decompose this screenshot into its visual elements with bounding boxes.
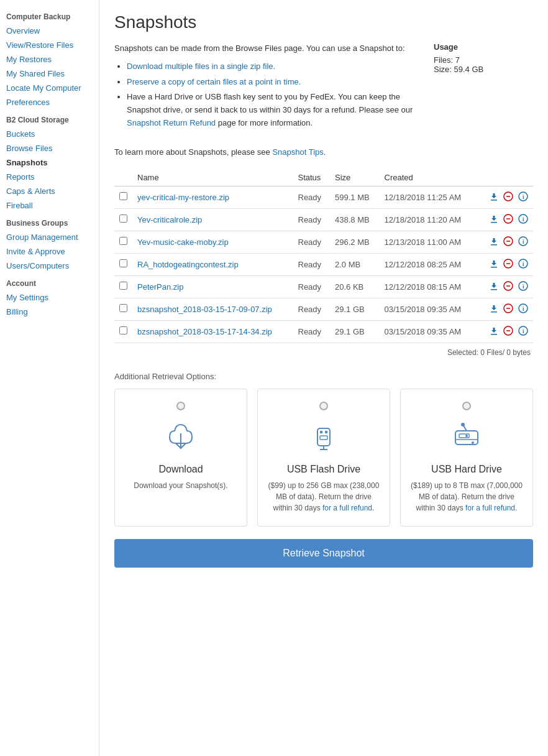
row-checkbox-cell[interactable] <box>114 208 132 231</box>
sidebar-item-snapshots[interactable]: Snapshots <box>0 155 99 170</box>
sidebar-item-caps-alerts[interactable]: Caps & Alerts <box>0 184 99 198</box>
table-row: Yev-criticalrole.zip Ready 438.8 MB 12/1… <box>114 208 533 231</box>
info-icon[interactable]: i <box>518 326 528 336</box>
file-link-3[interactable]: RA_hotdogeatingcontest.zip <box>137 260 239 269</box>
info-icon[interactable]: i <box>518 281 528 291</box>
intro-paragraph: Snapshots can be made from the Browse Fi… <box>114 42 419 55</box>
delete-icon[interactable] <box>503 214 513 224</box>
row-name: Yev-criticalrole.zip <box>132 208 293 231</box>
info-icon[interactable]: i <box>518 191 528 201</box>
sidebar-item-invite-approve[interactable]: Invite & Approve <box>0 244 99 259</box>
row-checkbox-4[interactable] <box>119 282 127 290</box>
col-status: Status <box>293 169 330 187</box>
page-title: Snapshots <box>114 12 533 32</box>
sidebar-item-fireball[interactable]: Fireball <box>0 198 99 213</box>
row-name: bzsnapshot_2018-03-15-17-14-34.zip <box>132 320 293 343</box>
svg-point-39 <box>465 435 468 437</box>
bullet1-link[interactable]: Download multiple files in a single zip … <box>127 62 275 71</box>
download-icon[interactable] <box>489 303 499 313</box>
svg-text:i: i <box>523 284 524 290</box>
file-link-5[interactable]: bzsnapshot_2018-03-15-17-09-07.zip <box>137 305 272 314</box>
sidebar-item-users-computers[interactable]: Users/Computers <box>0 259 99 273</box>
retrieval-title: Additional Retrieval Options: <box>114 372 533 381</box>
row-checkbox-cell[interactable] <box>114 186 132 208</box>
row-size: 29.1 GB <box>330 320 380 343</box>
file-link-0[interactable]: yev-critical-my-restore.zip <box>137 193 229 202</box>
download-icon[interactable] <box>489 191 499 201</box>
snapshot-return-refund-link[interactable]: Snapshot Return Refund <box>127 118 216 127</box>
file-link-4[interactable]: PeterPan.zip <box>137 282 183 292</box>
row-checkbox-6[interactable] <box>119 326 127 334</box>
download-icon[interactable] <box>489 259 499 269</box>
usage-title: Usage <box>434 42 533 52</box>
table-row: RA_hotdogeatingcontest.zip Ready 2.0 MB … <box>114 253 533 275</box>
row-checkbox-cell[interactable] <box>114 231 132 253</box>
sidebar-item-locate-computer[interactable]: Locate My Computer <box>0 81 99 95</box>
retrieval-card-usb-flash-drive[interactable]: USB Flash Drive ($99) up to 256 GB max (… <box>257 389 390 527</box>
svg-rect-30 <box>320 431 322 433</box>
sidebar-item-my-restores[interactable]: My Restores <box>0 52 99 67</box>
sidebar-item-my-settings[interactable]: My Settings <box>0 290 99 305</box>
delete-icon[interactable] <box>503 281 513 291</box>
row-size: 20.6 KB <box>330 275 380 298</box>
row-checkbox-0[interactable] <box>119 192 127 200</box>
row-checkbox-cell[interactable] <box>114 253 132 275</box>
sidebar-item-billing[interactable]: Billing <box>0 305 99 319</box>
retrieval-card-usb-hard-drive[interactable]: USB Hard Drive ($189) up to 8 TB max (7,… <box>400 389 533 527</box>
usb-icon <box>268 420 380 456</box>
file-link-6[interactable]: bzsnapshot_2018-03-15-17-14-34.zip <box>137 327 272 336</box>
main-content: Snapshots Snapshots can be made from the… <box>99 0 548 756</box>
card-description: Download your Snapshot(s). <box>125 480 237 491</box>
sidebar: Computer Backup Overview View/Restore Fi… <box>0 0 99 756</box>
radio-option[interactable] <box>319 402 328 410</box>
info-icon[interactable]: i <box>518 259 528 269</box>
delete-icon[interactable] <box>503 191 513 201</box>
sidebar-item-overview[interactable]: Overview <box>0 24 99 38</box>
radio-option[interactable] <box>462 402 471 410</box>
file-link-1[interactable]: Yev-criticalrole.zip <box>137 215 202 224</box>
usage-size: Size: 59.4 GB <box>434 65 533 74</box>
delete-icon[interactable] <box>503 303 513 313</box>
sidebar-item-group-management[interactable]: Group Management <box>0 230 99 244</box>
download-icon[interactable] <box>489 214 499 224</box>
row-checkbox-cell[interactable] <box>114 298 132 320</box>
row-checkbox-2[interactable] <box>119 237 127 245</box>
download-icon[interactable] <box>489 326 499 336</box>
sidebar-item-preferences[interactable]: Preferences <box>0 95 99 109</box>
info-icon[interactable]: i <box>518 303 528 313</box>
delete-icon[interactable] <box>503 259 513 269</box>
file-link-2[interactable]: Yev-music-cake-moby.zip <box>137 237 229 247</box>
row-checkbox-cell[interactable] <box>114 275 132 298</box>
row-created: 12/18/2018 11:20 AM <box>380 208 476 231</box>
table-row: PeterPan.zip Ready 20.6 KB 12/12/2018 08… <box>114 275 533 298</box>
info-icon[interactable]: i <box>518 236 528 246</box>
sidebar-item-buckets[interactable]: Buckets <box>0 127 99 141</box>
retrieve-snapshot-button[interactable]: Retrieve Snapshot <box>114 539 533 568</box>
row-size: 296.2 MB <box>330 231 380 253</box>
col-actions <box>476 169 533 187</box>
sidebar-item-my-shared-files[interactable]: My Shared Files <box>0 67 99 81</box>
row-checkbox-3[interactable] <box>119 259 127 267</box>
row-created: 03/15/2018 09:35 AM <box>380 320 476 343</box>
bullet3-end: page for more information. <box>216 118 313 127</box>
full-refund-link[interactable]: for a full refund <box>322 504 372 512</box>
row-checkbox-5[interactable] <box>119 304 127 312</box>
delete-icon[interactable] <box>503 236 513 246</box>
svg-rect-31 <box>325 431 327 433</box>
hdd-icon <box>411 420 523 456</box>
row-checkbox-1[interactable] <box>119 214 127 223</box>
info-icon[interactable]: i <box>518 214 528 224</box>
retrieval-card-download[interactable]: Download Download your Snapshot(s). <box>114 389 247 527</box>
sidebar-item-view-restore[interactable]: View/Restore Files <box>0 38 99 52</box>
svg-text:i: i <box>523 216 524 223</box>
sidebar-item-browse-files[interactable]: Browse Files <box>0 141 99 155</box>
download-icon[interactable] <box>489 236 499 246</box>
snapshot-tips-link[interactable]: Snapshot Tips <box>272 147 323 157</box>
row-checkbox-cell[interactable] <box>114 320 132 343</box>
bullet2-link[interactable]: Preserve a copy of certain files at a po… <box>127 77 301 86</box>
sidebar-item-reports[interactable]: Reports <box>0 170 99 184</box>
radio-option[interactable] <box>176 402 185 410</box>
download-icon[interactable] <box>489 281 499 291</box>
delete-icon[interactable] <box>503 326 513 336</box>
full-refund-link[interactable]: for a full refund <box>465 504 515 512</box>
